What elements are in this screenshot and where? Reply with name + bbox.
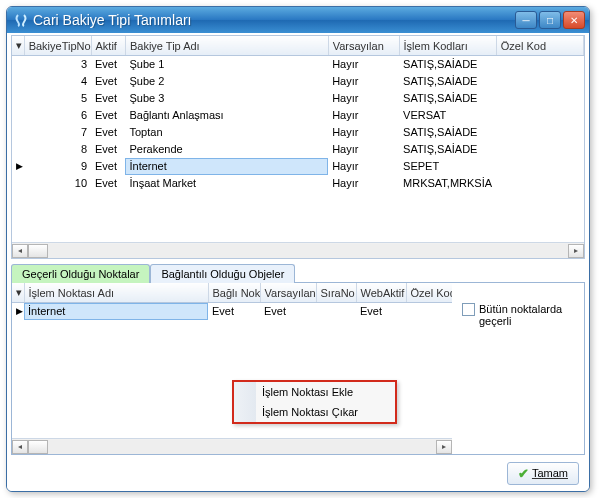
titlebar[interactable]: Cari Bakiye Tipi Tanımları ─ □ ✕ [7,7,589,33]
scroll-track[interactable] [48,440,436,454]
scroll-thumb[interactable] [28,440,48,454]
cell[interactable] [496,56,583,73]
cell[interactable]: Hayır [328,141,399,158]
table-row[interactable]: ▶9EvetİnternetHayırSEPET [12,158,584,175]
scroll-thumb[interactable] [28,244,48,258]
bottom-grid-hscroll[interactable]: ◂ ▸ [12,438,452,454]
cell[interactable]: Evet [91,107,125,124]
cell[interactable]: Evet [91,73,125,90]
top-grid-hscroll[interactable]: ◂ ▸ [12,242,584,258]
cell[interactable]: SATIŞ,SAİADE [399,73,496,90]
cell[interactable] [406,303,452,320]
cell[interactable]: SATIŞ,SAİADE [399,141,496,158]
cell[interactable]: Evet [91,158,125,175]
table-row[interactable]: 5EvetŞube 3HayırSATIŞ,SAİADE [12,90,584,107]
tab-baglantili-objeler[interactable]: Bağlantılı Olduğu Objeler [150,264,295,283]
cell[interactable]: Evet [260,303,316,320]
table-row[interactable]: ▶İnternetEvetEvetEvet [12,303,452,320]
cell[interactable]: Evet [356,303,406,320]
cell[interactable]: 3 [24,56,91,73]
table-row[interactable]: 3EvetŞube 1HayırSATIŞ,SAİADE [12,56,584,73]
cell[interactable]: 4 [24,73,91,90]
cell[interactable]: SEPET [399,158,496,175]
table-row[interactable]: 10Evetİnşaat MarketHayırMRKSAT,MRKSİA [12,175,584,192]
scroll-left-button[interactable]: ◂ [12,244,28,258]
table-row[interactable]: 7EvetToptanHayırSATIŞ,SAİADE [12,124,584,141]
checkbox-butun-noktalar[interactable] [462,303,475,316]
cell[interactable] [496,175,583,192]
cell[interactable]: Hayır [328,90,399,107]
cell[interactable]: İnternet [24,303,208,320]
cell[interactable]: Şube 1 [125,56,328,73]
cell[interactable]: İnternet [125,158,328,175]
cell[interactable] [496,158,583,175]
col-bakiyetipno[interactable]: BakiyeTipNo [24,36,91,56]
cell[interactable]: Toptan [125,124,328,141]
cell[interactable]: Perakende [125,141,328,158]
col-islemkodlari[interactable]: İşlem Kodları [399,36,496,56]
tab-gecerli-noktalar[interactable]: Geçerli Olduğu Noktalar [11,264,150,283]
cell[interactable]: Hayır [328,56,399,73]
scroll-right-button[interactable]: ▸ [436,440,452,454]
scroll-left-button[interactable]: ◂ [12,440,28,454]
close-button[interactable]: ✕ [563,11,585,29]
cell[interactable]: SATIŞ,SAİADE [399,124,496,141]
bottom-grid[interactable]: ▾ İşlem Noktası Adı Bağlı Nok Varsayılan… [12,283,452,454]
table-row[interactable]: 6EvetBağlantı AnlaşmasıHayırVERSAT [12,107,584,124]
top-grid[interactable]: ▾ BakiyeTipNo Aktif Bakiye Tip Adı Varsa… [11,35,585,259]
cell[interactable] [496,73,583,90]
col-ozelkod[interactable]: Özel Kod [496,36,583,56]
cell[interactable]: 6 [24,107,91,124]
cell[interactable]: Evet [91,56,125,73]
col-webaktif[interactable]: WebAktif [356,283,406,303]
col-islemnoktasiadi[interactable]: İşlem Noktası Adı [24,283,208,303]
menu-item-cikar[interactable]: İşlem Noktası Çıkar [234,402,395,422]
cell[interactable]: Evet [91,124,125,141]
cell[interactable]: Hayır [328,124,399,141]
table-row[interactable]: 4EvetŞube 2HayırSATIŞ,SAİADE [12,73,584,90]
cell[interactable]: Bağlantı Anlaşması [125,107,328,124]
minimize-button[interactable]: ─ [515,11,537,29]
top-grid-corner[interactable]: ▾ [12,36,24,56]
cell[interactable] [316,303,356,320]
cell[interactable]: İnşaat Market [125,175,328,192]
cell[interactable] [496,124,583,141]
cell[interactable]: Evet [208,303,260,320]
cell[interactable]: 10 [24,175,91,192]
table-row[interactable]: 8EvetPerakendeHayırSATIŞ,SAİADE [12,141,584,158]
bottom-grid-corner[interactable]: ▾ [12,283,24,303]
col-sirano[interactable]: SıraNo [316,283,356,303]
cell[interactable]: SATIŞ,SAİADE [399,56,496,73]
cell[interactable]: VERSAT [399,107,496,124]
col-aktif[interactable]: Aktif [91,36,125,56]
col-baglinok[interactable]: Bağlı Nok [208,283,260,303]
maximize-button[interactable]: □ [539,11,561,29]
cell[interactable] [496,90,583,107]
cell[interactable]: SATIŞ,SAİADE [399,90,496,107]
scroll-track[interactable] [48,244,568,258]
cell[interactable]: Evet [91,175,125,192]
cell[interactable]: 7 [24,124,91,141]
cell[interactable]: Hayır [328,158,399,175]
cell[interactable]: 8 [24,141,91,158]
cell[interactable]: Şube 2 [125,73,328,90]
cell[interactable]: 9 [24,158,91,175]
cell[interactable] [496,141,583,158]
ok-button[interactable]: ✔ Tamam [507,462,579,485]
scroll-right-button[interactable]: ▸ [568,244,584,258]
cell[interactable]: Evet [91,90,125,107]
cell[interactable] [496,107,583,124]
cell[interactable]: Hayır [328,175,399,192]
col-ozelkod2[interactable]: Özel Kod [406,283,452,303]
cell[interactable]: Evet [91,141,125,158]
col-bakiyetipadi[interactable]: Bakiye Tip Adı [125,36,328,56]
col-varsayilan2[interactable]: Varsayılan [260,283,316,303]
row-indicator [12,73,24,90]
col-varsayilan[interactable]: Varsayılan [328,36,399,56]
cell[interactable]: Hayır [328,73,399,90]
menu-item-ekle[interactable]: İşlem Noktası Ekle [234,382,395,402]
cell[interactable]: Hayır [328,107,399,124]
cell[interactable]: 5 [24,90,91,107]
cell[interactable]: MRKSAT,MRKSİA [399,175,496,192]
cell[interactable]: Şube 3 [125,90,328,107]
